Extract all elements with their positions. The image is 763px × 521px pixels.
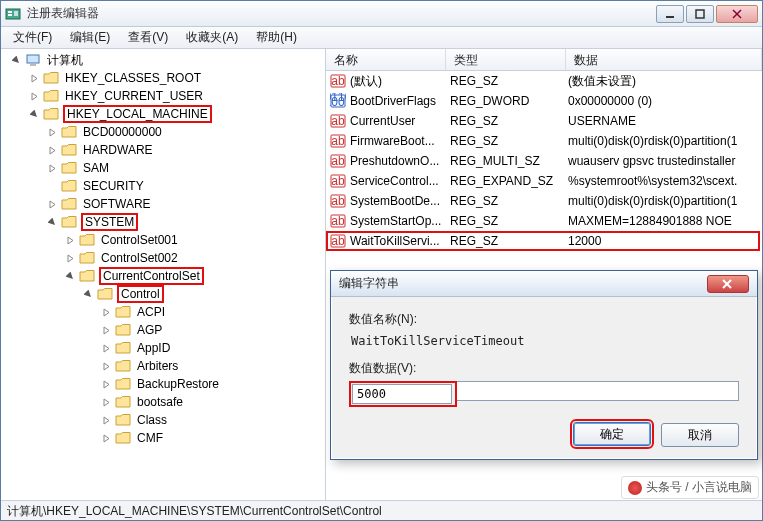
tree-pane[interactable]: 计算机HKEY_CLASSES_ROOTHKEY_CURRENT_USERHKE…: [1, 49, 326, 500]
tree-node-sw[interactable]: SOFTWARE: [3, 195, 325, 213]
folder-icon: [61, 179, 77, 193]
tree-node-sam[interactable]: SAM: [3, 159, 325, 177]
expand-toggle-icon[interactable]: [29, 73, 40, 84]
folder-icon: [115, 359, 131, 373]
value-row[interactable]: abSystemStartOp...REG_SZ MAXMEM=12884901…: [326, 211, 762, 231]
folder-icon: [115, 305, 131, 319]
expand-toggle-icon[interactable]: [29, 109, 40, 120]
tree-label: SAM: [81, 161, 111, 175]
tree-node-sys[interactable]: SYSTEM: [3, 213, 325, 231]
tree-node-hw[interactable]: HARDWARE: [3, 141, 325, 159]
expand-toggle-icon[interactable]: [47, 199, 58, 210]
titlebar[interactable]: 注册表编辑器: [1, 1, 762, 27]
dialog-close-button[interactable]: [707, 275, 749, 293]
cancel-button[interactable]: 取消: [661, 423, 739, 447]
tree-node-appid[interactable]: AppID: [3, 339, 325, 357]
value-row[interactable]: abSystemBootDe...REG_SZmulti(0)disk(0)rd…: [326, 191, 762, 211]
tree-label: HKEY_LOCAL_MACHINE: [63, 105, 212, 123]
value-row[interactable]: abPreshutdownO...REG_MULTI_SZwuauserv gp…: [326, 151, 762, 171]
cell-name: WaitToKillServi...: [350, 234, 450, 248]
expand-toggle-icon[interactable]: [47, 127, 58, 138]
expand-toggle-icon[interactable]: [101, 433, 112, 444]
expand-toggle-icon[interactable]: [101, 415, 112, 426]
tree-node-sec[interactable]: SECURITY: [3, 177, 325, 195]
value-row[interactable]: abServiceControl...REG_EXPAND_SZ%systemr…: [326, 171, 762, 191]
statusbar: 计算机\HKEY_LOCAL_MACHINE\SYSTEM\CurrentCon…: [1, 500, 762, 520]
folder-icon: [115, 413, 131, 427]
cell-data: %systemroot%\system32\scext.: [568, 174, 762, 188]
svg-text:ab: ab: [331, 154, 345, 168]
tree-node-bcd[interactable]: BCD00000000: [3, 123, 325, 141]
minimize-button[interactable]: [656, 5, 684, 23]
value-row[interactable]: abCurrentUserREG_SZUSERNAME: [326, 111, 762, 131]
col-data[interactable]: 数据: [566, 49, 762, 70]
col-name[interactable]: 名称: [326, 49, 446, 70]
folder-icon: [61, 215, 77, 229]
cell-data: MAXMEM=12884901888 NOE: [568, 214, 762, 228]
folder-icon: [61, 161, 77, 175]
menu-file[interactable]: 文件(F): [5, 27, 60, 48]
menu-edit[interactable]: 编辑(E): [62, 27, 118, 48]
maximize-button[interactable]: [686, 5, 714, 23]
value-name-readonly: WaitToKillServiceTimeout: [349, 332, 739, 360]
tree-node-bkr[interactable]: BackupRestore: [3, 375, 325, 393]
menu-help[interactable]: 帮助(H): [248, 27, 305, 48]
value-row[interactable]: abFirmwareBoot...REG_SZmulti(0)disk(0)rd…: [326, 131, 762, 151]
tree-node-hkcr[interactable]: HKEY_CLASSES_ROOT: [3, 69, 325, 87]
expand-toggle-icon[interactable]: [65, 271, 76, 282]
expand-toggle-icon[interactable]: [101, 325, 112, 336]
folder-icon: [79, 251, 95, 265]
tree-node-class[interactable]: Class: [3, 411, 325, 429]
tree-node-arb[interactable]: Arbiters: [3, 357, 325, 375]
cell-data: (数值未设置): [568, 73, 762, 90]
value-data-input[interactable]: [352, 384, 452, 404]
close-button[interactable]: [716, 5, 758, 23]
string-value-icon: ab: [330, 73, 346, 89]
tree-node-cs1[interactable]: ControlSet001: [3, 231, 325, 249]
cell-data: 12000: [568, 234, 756, 248]
tree-node-hkcu[interactable]: HKEY_CURRENT_USER: [3, 87, 325, 105]
value-row[interactable]: 01101001BootDriverFlagsREG_DWORD0x000000…: [326, 91, 762, 111]
svg-text:ab: ab: [331, 194, 345, 208]
dialog-title: 编辑字符串: [339, 275, 707, 292]
col-type[interactable]: 类型: [446, 49, 566, 70]
tree-node-ccs[interactable]: CurrentControlSet: [3, 267, 325, 285]
svg-text:ab: ab: [331, 74, 345, 88]
expand-toggle-icon[interactable]: [83, 289, 94, 300]
window-title: 注册表编辑器: [27, 5, 656, 22]
tree-node-hklm[interactable]: HKEY_LOCAL_MACHINE: [3, 105, 325, 123]
value-row[interactable]: ab(默认)REG_SZ(数值未设置): [326, 71, 762, 91]
tree-label: Control: [117, 285, 164, 303]
expand-toggle-icon[interactable]: [47, 217, 58, 228]
expand-toggle-icon[interactable]: [47, 163, 58, 174]
menu-view[interactable]: 查看(V): [120, 27, 176, 48]
value-data-input-extend[interactable]: [457, 381, 739, 401]
svg-rect-1: [8, 11, 12, 13]
expand-toggle-icon[interactable]: [47, 145, 58, 156]
ok-button[interactable]: 确定: [573, 422, 651, 446]
expand-toggle-icon[interactable]: [101, 307, 112, 318]
expand-toggle-icon[interactable]: [65, 253, 76, 264]
expand-toggle-icon[interactable]: [11, 55, 22, 66]
tree-node-root[interactable]: 计算机: [3, 51, 325, 69]
tree-node-ctrl[interactable]: Control: [3, 285, 325, 303]
expand-toggle-icon[interactable]: [101, 379, 112, 390]
menu-favorites[interactable]: 收藏夹(A): [178, 27, 246, 48]
tree-node-acpi[interactable]: ACPI: [3, 303, 325, 321]
string-value-icon: ab: [330, 133, 346, 149]
tree-node-agp[interactable]: AGP: [3, 321, 325, 339]
tree-node-cmf[interactable]: CMF: [3, 429, 325, 447]
cell-name: SystemBootDe...: [350, 194, 450, 208]
expand-toggle-icon[interactable]: [65, 235, 76, 246]
tree-node-boot[interactable]: bootsafe: [3, 393, 325, 411]
expand-toggle-icon[interactable]: [101, 361, 112, 372]
string-value-icon: ab: [330, 153, 346, 169]
expand-toggle-icon[interactable]: [29, 91, 40, 102]
tree-node-cs2[interactable]: ControlSet002: [3, 249, 325, 267]
value-row[interactable]: abWaitToKillServi...REG_SZ12000: [326, 231, 760, 251]
dialog-titlebar[interactable]: 编辑字符串: [331, 271, 757, 297]
expand-toggle-icon[interactable]: [101, 397, 112, 408]
expand-toggle-icon[interactable]: [47, 181, 58, 192]
cell-type: REG_SZ: [450, 234, 568, 248]
expand-toggle-icon[interactable]: [101, 343, 112, 354]
